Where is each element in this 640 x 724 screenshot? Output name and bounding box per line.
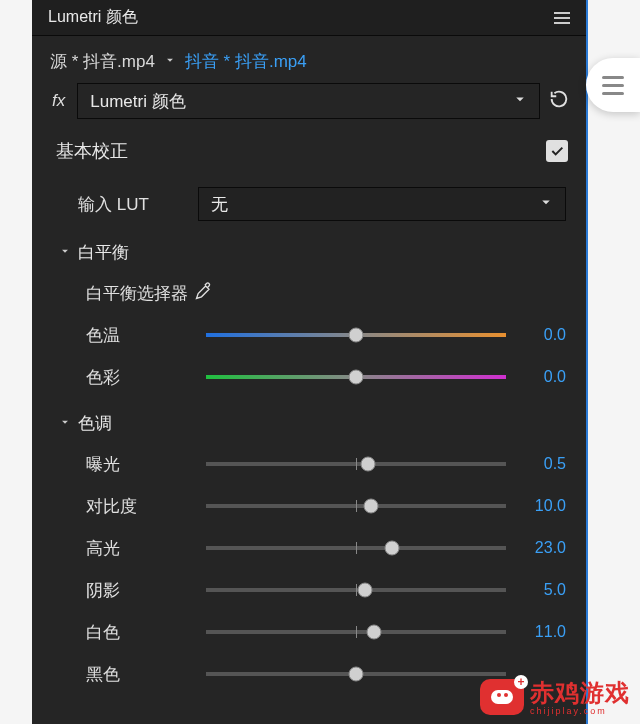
- watermark-logo-icon: +: [480, 679, 524, 715]
- panel-header: Lumetri 颜色: [32, 0, 586, 36]
- contrast-row: 对比度 10.0: [48, 485, 570, 527]
- chevron-down-icon[interactable]: [163, 52, 177, 72]
- section-title: 基本校正: [56, 139, 128, 163]
- tint-value[interactable]: 0.0: [520, 368, 566, 386]
- chevron-down-icon: [537, 193, 555, 216]
- reset-icon[interactable]: [548, 88, 570, 114]
- temperature-label: 色温: [86, 324, 206, 347]
- disclosure-triangle-icon: [58, 414, 72, 434]
- effect-dropdown-label: Lumetri 颜色: [90, 90, 185, 113]
- lumetri-color-panel: Lumetri 颜色 源 * 抖音.mp4 抖音 * 抖音.mp4 fx Lum…: [32, 0, 588, 724]
- group-tone[interactable]: 色调: [48, 398, 570, 443]
- wb-picker-row: 白平衡选择器: [48, 272, 570, 314]
- panel-title: Lumetri 颜色: [48, 7, 138, 28]
- eyedropper-icon[interactable]: [194, 281, 214, 306]
- highlights-slider[interactable]: [206, 546, 506, 550]
- temperature-slider[interactable]: [206, 333, 506, 337]
- chevron-down-icon: [511, 90, 529, 113]
- shadows-label: 阴影: [86, 579, 206, 602]
- exposure-label: 曝光: [86, 453, 206, 476]
- temperature-value[interactable]: 0.0: [520, 326, 566, 344]
- section-enable-checkbox[interactable]: [546, 140, 568, 162]
- group-title: 色调: [78, 412, 112, 435]
- exposure-slider[interactable]: [206, 462, 506, 466]
- panel-body: 源 * 抖音.mp4 抖音 * 抖音.mp4 fx Lumetri 颜色 基本校…: [32, 36, 586, 724]
- temperature-row: 色温 0.0: [48, 314, 570, 356]
- floating-menu-button[interactable]: [586, 58, 640, 112]
- site-watermark: + 赤鸡游戏 chijiplay.com: [480, 677, 630, 716]
- tint-slider[interactable]: [206, 375, 506, 379]
- contrast-label: 对比度: [86, 495, 206, 518]
- input-lut-dropdown[interactable]: 无: [198, 187, 566, 221]
- contrast-value[interactable]: 10.0: [520, 497, 566, 515]
- hamburger-icon: [602, 76, 624, 95]
- blacks-label: 黑色: [86, 663, 206, 686]
- fx-badge[interactable]: fx: [48, 91, 69, 111]
- blacks-slider[interactable]: [206, 672, 506, 676]
- section-basic-correction[interactable]: 基本校正: [48, 133, 570, 181]
- panel-menu-icon[interactable]: [550, 8, 574, 28]
- wb-picker-label: 白平衡选择器: [86, 282, 188, 305]
- contrast-slider[interactable]: [206, 504, 506, 508]
- disclosure-triangle-icon: [58, 243, 72, 263]
- tint-label: 色彩: [86, 366, 206, 389]
- watermark-domain: chijiplay.com: [530, 706, 630, 716]
- effect-row: fx Lumetri 颜色: [48, 83, 570, 133]
- clip-selector-row: 源 * 抖音.mp4 抖音 * 抖音.mp4: [48, 46, 570, 83]
- shadows-row: 阴影 5.0: [48, 569, 570, 611]
- exposure-value[interactable]: 0.5: [520, 455, 566, 473]
- input-lut-label: 输入 LUT: [78, 193, 198, 216]
- whites-value[interactable]: 11.0: [520, 623, 566, 641]
- sequence-clip-name[interactable]: 抖音 * 抖音.mp4: [185, 50, 307, 73]
- effect-dropdown[interactable]: Lumetri 颜色: [77, 83, 540, 119]
- highlights-label: 高光: [86, 537, 206, 560]
- whites-label: 白色: [86, 621, 206, 644]
- highlights-value[interactable]: 23.0: [520, 539, 566, 557]
- group-title: 白平衡: [78, 241, 129, 264]
- input-lut-value: 无: [211, 193, 228, 216]
- whites-row: 白色 11.0: [48, 611, 570, 653]
- whites-slider[interactable]: [206, 630, 506, 634]
- shadows-value[interactable]: 5.0: [520, 581, 566, 599]
- highlights-row: 高光 23.0: [48, 527, 570, 569]
- shadows-slider[interactable]: [206, 588, 506, 592]
- watermark-brand: 赤鸡游戏: [530, 679, 630, 706]
- tint-row: 色彩 0.0: [48, 356, 570, 398]
- source-clip-name[interactable]: 源 * 抖音.mp4: [50, 50, 155, 73]
- input-lut-row: 输入 LUT 无: [48, 181, 570, 227]
- group-white-balance[interactable]: 白平衡: [48, 227, 570, 272]
- exposure-row: 曝光 0.5: [48, 443, 570, 485]
